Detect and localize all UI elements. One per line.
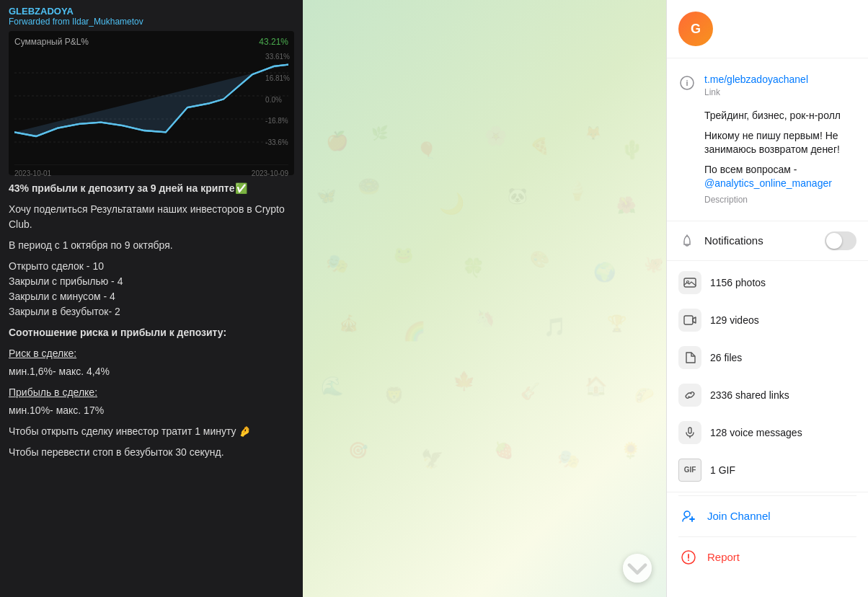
photos-label: 1156 photos — [710, 277, 766, 288]
chart-title: Суммарный P&L% — [14, 37, 288, 47]
join-label: Join Channel — [707, 510, 771, 522]
svg-text:🍎: 🍎 — [326, 130, 349, 152]
svg-text:🐙: 🐙 — [644, 255, 664, 274]
notifications-left: Notifications — [678, 231, 763, 250]
bell-icon — [678, 233, 696, 250]
middle-panel: 🍎 🌿 🎈 🌸 🍕 🦊 🌵 🦋 🍩 🌙 🐼 🍦 🌺 🎭 🐸 🍀 🎨 🌍 🐙 🎪 … — [303, 0, 666, 597]
description-row: Трейдинг, бизнес, рок-н-ролл Никому не п… — [678, 103, 856, 212]
files-icon — [678, 346, 701, 369]
description-text: Трейдинг, бизнес, рок-н-ролл Никому не п… — [704, 109, 856, 206]
svg-text:🎯: 🎯 — [348, 441, 368, 460]
chat-panel: GLEBZADOYA Forwarded from Ildar_Mukhamet… — [0, 0, 303, 597]
svg-text:🌊: 🌊 — [321, 375, 344, 397]
svg-text:🌸: 🌸 — [484, 125, 508, 147]
svg-text:🌍: 🌍 — [593, 261, 616, 283]
svg-text:🌮: 🌮 — [634, 386, 655, 405]
info-circle-icon: i — [678, 74, 696, 92]
report-icon — [678, 547, 699, 567]
svg-text:🎈: 🎈 — [417, 141, 437, 160]
svg-text:🐸: 🐸 — [394, 245, 414, 265]
svg-text:🍦: 🍦 — [566, 180, 589, 202]
scroll-to-bottom-button[interactable] — [623, 554, 652, 583]
videos-icon — [678, 309, 701, 332]
join-channel-icon — [678, 506, 699, 526]
report-row[interactable]: Report — [667, 537, 868, 578]
svg-text:🌿: 🌿 — [371, 125, 389, 141]
svg-text:🦊: 🦊 — [585, 125, 602, 141]
chart-container: Суммарный P&L% 43.21% 33.61% 16.81% 0.0%… — [9, 31, 294, 175]
photos-icon — [678, 271, 701, 294]
first-line: 43% прибыли к депозиту за 9 дней на крип… — [9, 182, 247, 194]
notifications-row: Notifications — [667, 221, 868, 261]
svg-text:🐼: 🐼 — [508, 186, 528, 205]
voice-label: 128 voice messages — [710, 427, 802, 438]
files-row[interactable]: 26 files — [667, 339, 868, 376]
svg-text:🎭: 🎭 — [557, 448, 580, 470]
chart-labels-y: 33.61% 16.81% 0.0% -16.8% -33.6% — [265, 53, 290, 146]
svg-rect-46 — [688, 428, 691, 433]
links-row[interactable]: 2336 shared links — [667, 376, 868, 414]
svg-text:🦅: 🦅 — [421, 448, 444, 470]
svg-text:🍓: 🍓 — [494, 441, 514, 460]
svg-text:🌈: 🌈 — [403, 320, 426, 342]
media-section: 1156 photos 129 videos 26 files — [667, 261, 868, 492]
svg-text:🏆: 🏆 — [607, 314, 627, 333]
gif-label: 1 GIF — [710, 464, 735, 476]
mention-link[interactable]: @analytics_online_manager — [704, 177, 832, 189]
svg-text:🌙: 🌙 — [439, 191, 465, 216]
chart-svg — [14, 50, 288, 165]
photos-row[interactable]: 1156 photos — [667, 264, 868, 301]
message-text: 43% прибыли к депозиту за 9 дней на крип… — [9, 181, 294, 460]
channel-header: G — [667, 0, 868, 58]
svg-text:🦄: 🦄 — [475, 309, 495, 328]
svg-text:🎸: 🎸 — [521, 381, 541, 401]
notifications-toggle[interactable] — [825, 231, 856, 250]
gif-row[interactable]: GIF 1 GIF — [667, 451, 868, 489]
report-label: Report — [707, 551, 740, 563]
chart-value: 43.21% — [259, 37, 288, 47]
channel-avatar: G — [678, 12, 713, 46]
svg-text:🍀: 🍀 — [462, 257, 485, 279]
join-channel-row[interactable]: Join Channel — [667, 496, 868, 536]
links-label: 2336 shared links — [710, 389, 789, 401]
videos-label: 129 videos — [710, 314, 759, 326]
svg-text:🍁: 🍁 — [453, 370, 476, 392]
svg-text:🦋: 🦋 — [316, 186, 337, 205]
svg-text:🎪: 🎪 — [339, 314, 359, 333]
link-sublabel: Link — [704, 87, 856, 97]
right-panel: G i t.me/glebzadoyachanel Link Трейдинг,… — [666, 0, 868, 597]
svg-rect-45 — [684, 316, 693, 324]
svg-text:🦁: 🦁 — [384, 386, 404, 405]
svg-text:🍩: 🍩 — [358, 175, 381, 198]
svg-text:🎵: 🎵 — [544, 316, 567, 338]
notifications-label: Notifications — [704, 234, 763, 247]
chat-message: GLEBZADOYA Forwarded from Ildar_Mukhamet… — [0, 0, 303, 466]
forwarded-from: Forwarded from Ildar_Mukhametov — [9, 17, 294, 27]
links-icon — [678, 384, 701, 407]
svg-text:i: i — [686, 79, 688, 87]
chart-labels-x: 2023-10-01 2023-10-09 — [14, 169, 288, 177]
gif-icon: GIF — [678, 459, 701, 482]
svg-text:🌵: 🌵 — [621, 138, 644, 161]
voice-row[interactable]: 128 voice messages — [667, 414, 868, 451]
channel-link[interactable]: t.me/glebzadoyachanel — [704, 74, 808, 85]
svg-text:🏠: 🏠 — [585, 375, 608, 397]
voice-icon — [678, 421, 701, 444]
info-section: i t.me/glebzadoyachanel Link Трейдинг, б… — [667, 58, 868, 221]
link-row: i t.me/glebzadoyachanel Link — [678, 67, 856, 103]
svg-text:🌻: 🌻 — [621, 441, 641, 460]
files-label: 26 files — [710, 352, 742, 363]
svg-point-48 — [684, 511, 690, 517]
svg-text:🌺: 🌺 — [616, 195, 637, 215]
svg-text:🍕: 🍕 — [530, 136, 550, 156]
svg-text:🎨: 🎨 — [530, 249, 550, 269]
svg-text:🎭: 🎭 — [326, 252, 349, 275]
background-pattern: 🍎 🌿 🎈 🌸 🍕 🦊 🌵 🦋 🍩 🌙 🐼 🍦 🌺 🎭 🐸 🍀 🎨 🌍 🐙 🎪 … — [303, 0, 666, 597]
sender-name: GLEBZADOYA — [9, 6, 294, 17]
svg-rect-43 — [684, 278, 696, 287]
videos-row[interactable]: 129 videos — [667, 301, 868, 339]
svg-point-53 — [688, 560, 689, 561]
link-content: t.me/glebzadoyachanel Link — [704, 73, 856, 97]
action-section: Join Channel Report — [667, 492, 868, 580]
